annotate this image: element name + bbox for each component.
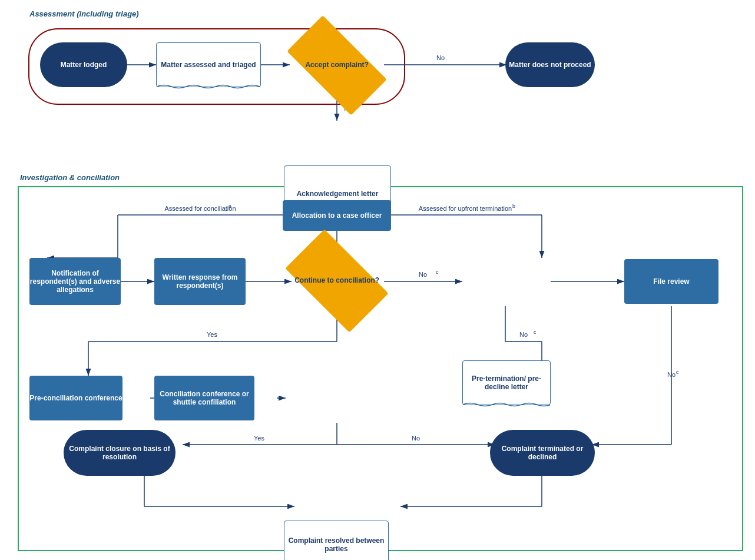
continue-conciliation-diamond: Continue to conciliation?	[292, 253, 382, 309]
accept-complaint-diamond: Accept complaint?	[292, 40, 382, 91]
matter-not-proceed-node: Matter does not proceed	[505, 42, 595, 87]
conciliation-conference-node: Conciliation conference or shuttle confi…	[154, 376, 254, 420]
matter-lodged-node: Matter lodged	[40, 42, 127, 87]
file-review-node: File review	[624, 259, 718, 304]
matter-assessed-node: Matter assessed and triaged	[156, 42, 261, 87]
assessment-section-label: Assessment (including triage)	[29, 9, 139, 18]
investigation-border	[18, 186, 743, 551]
written-response-node: Written response from respondent(s)	[154, 258, 246, 305]
complaint-terminated-node: Complaint terminated or declined	[490, 430, 595, 476]
notification-respondents-node: Notification of respondent(s) and advers…	[29, 258, 121, 305]
svg-text:No: No	[436, 54, 445, 61]
investigation-section-label: Investigation & conciliation	[20, 173, 120, 182]
pre-conciliation-node: Pre-conciliation conference	[29, 376, 122, 420]
complaint-resolved-node: Complaint resolved between parties	[284, 521, 389, 560]
pre-termination-letter-node: Pre-termination/ pre-decline letter	[462, 360, 551, 405]
flowchart-diagram: Assessment (including triage) Investigat…	[0, 0, 755, 560]
allocation-case-officer-node: Allocation to a case officer	[283, 200, 391, 231]
complaint-closure-node: Complaint closure on basis of resolution	[64, 430, 175, 476]
